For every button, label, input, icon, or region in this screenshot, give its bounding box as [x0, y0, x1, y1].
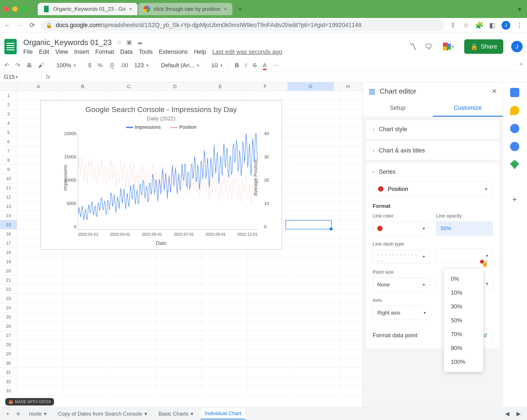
section-chart-style[interactable]: › Chart style [366, 120, 499, 138]
calendar-icon[interactable] [510, 88, 519, 97]
row-header[interactable]: 12 [0, 192, 17, 202]
all-sheets-button[interactable]: ≡ [15, 410, 22, 417]
tab-search[interactable]: click through rate by position × [138, 3, 232, 15]
select-all-corner[interactable] [0, 82, 17, 91]
tab-sheets[interactable]: Organic_Keywords 01_23 - Go × [38, 3, 137, 15]
menu-extensions[interactable]: Extensions [159, 49, 188, 55]
opacity-option[interactable]: 90% [444, 341, 483, 355]
paint-format-button[interactable]: 🖌 [38, 62, 44, 69]
reload-button[interactable]: ⟳ [28, 21, 36, 29]
zoom-select[interactable]: 100% [56, 62, 76, 69]
row-header[interactable]: 31 [0, 368, 17, 377]
profile-avatar[interactable]: J [502, 21, 510, 30]
col-header[interactable]: A [17, 82, 60, 91]
doc-title[interactable]: Organic_Keywords 01_23 [23, 38, 112, 47]
cells-grid[interactable]: Google Search Console - Impressions by D… [17, 91, 362, 395]
row-header[interactable]: 25 [0, 312, 17, 321]
sheet-tab[interactable]: Individual Chart [201, 408, 245, 419]
share-icon[interactable]: ⇪ [449, 21, 457, 29]
formula-input[interactable] [55, 72, 527, 82]
last-edit-link[interactable]: Last edit was seconds ago [212, 49, 282, 55]
row-header[interactable]: 20 [0, 266, 17, 276]
row-header[interactable]: 32 [0, 377, 17, 386]
menu-format[interactable]: Format [95, 49, 114, 55]
row-header[interactable]: 26 [0, 321, 17, 331]
selected-cell[interactable] [285, 220, 331, 229]
col-header[interactable]: D [152, 82, 198, 91]
new-tab-button[interactable]: + [236, 5, 245, 13]
star-icon[interactable]: ☆ [462, 21, 470, 29]
row-header[interactable]: 7 [0, 146, 17, 155]
sheet-tab[interactable]: nsole▾ [25, 409, 50, 419]
row-header[interactable]: 1 [0, 91, 17, 100]
row-header[interactable]: 30 [0, 358, 17, 368]
opacity-option[interactable]: 30% [444, 300, 483, 313]
opacity-option[interactable]: 100% [444, 355, 483, 369]
menu-tools[interactable]: Tools [139, 49, 153, 55]
line-opacity-select[interactable]: 50% [436, 221, 493, 235]
add-sheet-button[interactable]: + [4, 410, 11, 417]
italic-button[interactable]: I [245, 62, 247, 69]
text-color-button[interactable]: A [263, 62, 267, 69]
menu-help[interactable]: Help [194, 49, 206, 55]
inc-decimal-button[interactable]: .00 [120, 62, 128, 69]
row-header[interactable]: 5 [0, 128, 17, 137]
close-icon[interactable]: ✕ [492, 88, 497, 95]
window-close-dot[interactable] [3, 6, 9, 12]
more-toolbar-button[interactable]: ⋯ [273, 62, 278, 69]
menu-insert[interactable]: Insert [74, 49, 89, 55]
undo-button[interactable]: ↶ [4, 62, 9, 69]
sheets-logo-icon[interactable] [4, 39, 17, 54]
row-header[interactable]: 3 [0, 109, 17, 119]
axis-select[interactable]: Right axis ▾ [373, 306, 430, 320]
meet-button[interactable]: ▾ [440, 41, 456, 52]
extensions-icon[interactable]: 🧩 [475, 21, 483, 29]
row-header[interactable]: 17 [0, 239, 17, 248]
col-header[interactable]: F [243, 82, 288, 91]
row-header[interactable]: 13 [0, 202, 17, 211]
add-addon-button[interactable]: + [511, 196, 519, 203]
row-header[interactable]: 23 [0, 294, 17, 303]
print-button[interactable]: 🖶 [26, 62, 32, 69]
star-icon[interactable]: ☆ [117, 39, 122, 46]
fill-handle-icon[interactable] [330, 228, 332, 230]
opacity-option[interactable]: 10% [444, 286, 483, 300]
close-icon[interactable]: × [224, 6, 227, 12]
sidepanel-icon[interactable]: ◧ [488, 21, 496, 29]
opacity-option[interactable]: 0% [444, 272, 483, 286]
line-dash-select[interactable]: . . . . . . . . . . . . . ▾ [373, 250, 429, 264]
row-header[interactable]: 22 [0, 285, 17, 294]
point-size-select[interactable]: None ▾ [373, 278, 429, 292]
row-header[interactable]: 2 [0, 100, 17, 109]
font-select[interactable]: Default (Ari... [161, 62, 199, 69]
row-header[interactable]: 19 [0, 257, 17, 266]
scroll-left-button[interactable]: ◀ [503, 410, 511, 417]
kebab-icon[interactable]: ⋮ [516, 21, 524, 29]
row-header[interactable]: 6 [0, 137, 17, 146]
cloud-icon[interactable]: ☁ [137, 39, 143, 46]
line-color-select[interactable]: ▾ [373, 221, 429, 235]
chevron-down-icon[interactable]: ▾ [516, 5, 524, 13]
row-header[interactable]: 11 [0, 183, 17, 192]
tab-setup[interactable]: Setup [362, 100, 433, 117]
activity-icon[interactable]: 〽 [409, 43, 417, 51]
address-bar[interactable]: 🔒 docs.google.com/spreadsheets/d/1S2Q_yb… [40, 20, 444, 31]
window-min-dot[interactable] [12, 6, 18, 12]
menu-edit[interactable]: Edit [39, 49, 49, 55]
redo-button[interactable]: ↷ [15, 62, 20, 69]
row-header[interactable]: 9 [0, 165, 17, 174]
forward-button[interactable]: → [16, 21, 24, 29]
collapse-toolbar-button[interactable]: ^ [520, 62, 523, 69]
move-icon[interactable]: ▣ [126, 39, 132, 46]
window-max-dot[interactable] [21, 6, 26, 12]
numformat-select[interactable]: 123 [134, 62, 148, 69]
row-header[interactable]: 16 [0, 229, 17, 239]
name-box[interactable]: G15 [0, 72, 42, 82]
back-button[interactable]: ← [3, 21, 11, 29]
col-header[interactable]: B [60, 82, 106, 91]
scroll-right-button[interactable]: ▶ [515, 410, 523, 417]
percent-button[interactable]: % [98, 62, 103, 69]
fontsize-select[interactable]: 10 [211, 62, 222, 69]
menu-view[interactable]: View [55, 49, 68, 55]
section-series[interactable]: › Series [366, 163, 499, 181]
